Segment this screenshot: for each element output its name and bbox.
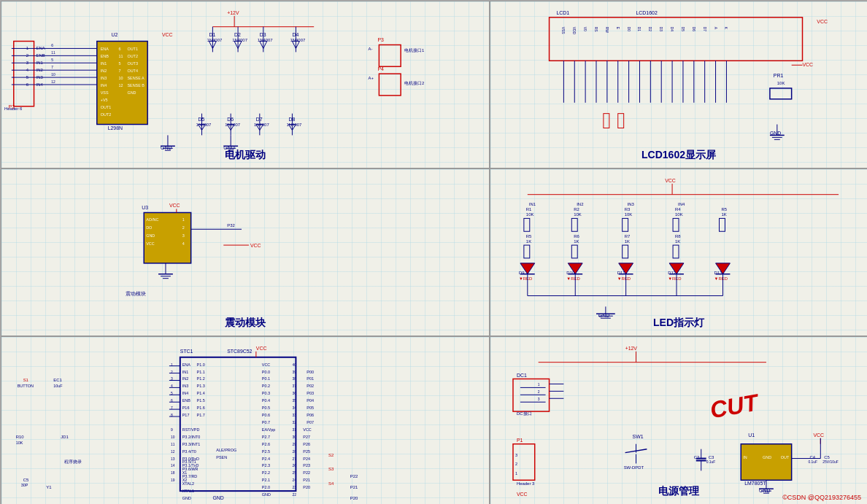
svg-text:P3.4/T0: P3.4/T0: [182, 449, 196, 454]
vibration-label: 震动模块: [1, 317, 489, 330]
svg-text:C5: C5: [23, 478, 29, 482]
svg-text:P07: P07: [307, 420, 314, 424]
svg-text:P22: P22: [303, 470, 310, 475]
svg-text:2: 2: [515, 462, 517, 466]
svg-text:VCC: VCC: [303, 427, 312, 432]
svg-text:Y1: Y1: [46, 485, 52, 489]
svg-text:P0.7: P0.7: [262, 420, 270, 424]
svg-rect-152: [770, 88, 792, 99]
svg-text:VCC: VCC: [250, 243, 261, 248]
svg-text:VCC: VCC: [169, 203, 180, 208]
svg-text:P3.2/INT0: P3.2/INT0: [182, 435, 200, 439]
svg-text:OUT4: OUT4: [127, 69, 138, 73]
svg-text:P3.6/WR: P3.6/WR: [182, 467, 199, 471]
svg-text:VSS: VSS: [101, 90, 109, 95]
svg-text:IN3: IN3: [182, 384, 188, 388]
svg-text:+12V: +12V: [625, 346, 638, 351]
svg-text:VCC: VCC: [262, 363, 271, 367]
svg-text:EA/Vpp: EA/Vpp: [262, 427, 275, 432]
svg-text:10uF: 10uF: [53, 384, 63, 388]
svg-text:P2.7: P2.7: [262, 435, 270, 439]
svg-text:R5: R5: [721, 207, 727, 212]
svg-text:Header 6: Header 6: [4, 106, 23, 111]
svg-text:震动模块: 震动模块: [126, 291, 146, 296]
svg-text:P03: P03: [307, 391, 314, 395]
svg-text:R3: R3: [625, 207, 631, 212]
svg-text:ALE/PROG: ALE/PROG: [216, 448, 236, 452]
svg-text:P2.3: P2.3: [262, 463, 270, 468]
svg-text:IN2: IN2: [182, 376, 188, 381]
svg-text:1: 1: [538, 383, 540, 387]
svg-text:11: 11: [51, 51, 55, 55]
svg-text:P2.4: P2.4: [262, 457, 270, 461]
svg-text:D1: D1: [637, 27, 641, 32]
svg-text:1K: 1K: [625, 239, 630, 244]
svg-text:10K: 10K: [526, 212, 534, 217]
svg-text:1K: 1K: [526, 239, 531, 244]
svg-text:ENA: ENA: [182, 363, 191, 367]
panel-vibration: U3 U3 AO/NC DO GND VCC 1 2 3 4 U3: [1, 168, 490, 336]
svg-text:10K: 10K: [574, 212, 582, 217]
svg-text:P26: P26: [303, 442, 310, 446]
panel-lcd1602: LCD1 LCD1602: [490, 1, 867, 168]
svg-rect-242: [720, 218, 725, 231]
svg-text:STC89C52: STC89C52: [227, 349, 252, 354]
svg-text:ENA: ENA: [101, 47, 109, 51]
svg-text:S4: S4: [328, 481, 334, 486]
svg-text:10: 10: [171, 435, 175, 439]
svg-text:P4: P4: [377, 66, 384, 71]
svg-text:C5: C5: [824, 455, 830, 460]
svg-text:LCD1: LCD1: [556, 10, 569, 15]
svg-text:电机接口2: 电机接口2: [404, 80, 424, 85]
svg-text:P0.3: P0.3: [262, 391, 270, 395]
svg-text:P0.0: P0.0: [262, 370, 270, 374]
svg-text:SW1: SW1: [633, 434, 644, 439]
svg-text:P0.5: P0.5: [262, 406, 270, 410]
svg-text:P1.7: P1.7: [197, 413, 205, 417]
svg-rect-202: [524, 245, 530, 258]
svg-rect-221: [623, 218, 628, 231]
led-label: LED指示灯: [490, 317, 867, 330]
svg-text:22: 22: [292, 493, 296, 497]
svg-rect-213: [571, 245, 577, 258]
svg-text:SENSE A: SENSE A: [127, 76, 144, 80]
svg-text:OUT2: OUT2: [101, 112, 112, 117]
svg-text:30: 30: [292, 435, 296, 439]
svg-text:▼RED: ▼RED: [668, 276, 681, 281]
svg-text:10: 10: [51, 73, 55, 77]
svg-text:GND: GND: [127, 90, 136, 95]
svg-text:P0.1: P0.1: [262, 376, 270, 381]
svg-text:U1: U1: [748, 433, 755, 438]
svg-text:D0: D0: [627, 27, 631, 32]
panel-power: +12V DC1 DC接口 1 2 3: [490, 336, 867, 504]
svg-text:P22: P22: [350, 474, 358, 478]
svg-rect-199: [524, 218, 530, 231]
svg-text:P20: P20: [350, 496, 358, 500]
svg-text:33: 33: [292, 414, 296, 417]
svg-text:电机接口1: 电机接口1: [404, 47, 425, 53]
panel-motor-drive: P2 Header 6 ENA ENB IN1 IN2 IN3 IN4 1: [1, 1, 490, 168]
svg-text:VCC: VCC: [803, 62, 814, 67]
svg-text:1: 1: [515, 471, 517, 476]
svg-text:10: 10: [119, 76, 123, 80]
svg-text:14: 14: [171, 464, 175, 468]
svg-text:12: 12: [51, 80, 55, 84]
svg-text:P25: P25: [303, 449, 310, 454]
svg-text:24: 24: [292, 478, 296, 482]
svg-text:P1.1: P1.1: [197, 370, 205, 374]
svg-text:D6: D6: [692, 27, 695, 32]
svg-text:P21: P21: [303, 478, 310, 482]
svg-text:AO/NC: AO/NC: [146, 217, 158, 222]
svg-text:VCC: VCC: [146, 241, 155, 246]
svg-text:5: 5: [51, 58, 53, 62]
svg-text:4: 4: [182, 241, 185, 246]
svg-text:P2.2: P2.2: [262, 470, 270, 475]
svg-text:▼RED: ▼RED: [617, 276, 631, 281]
svg-text:P06: P06: [307, 413, 314, 417]
svg-text:P1.6: P1.6: [197, 406, 205, 410]
svg-text:ENB: ENB: [101, 54, 109, 58]
svg-text:RS: RS: [594, 27, 598, 33]
svg-text:P27: P27: [303, 435, 310, 439]
svg-text:36: 36: [292, 392, 296, 395]
svg-text:R6: R6: [574, 234, 579, 239]
